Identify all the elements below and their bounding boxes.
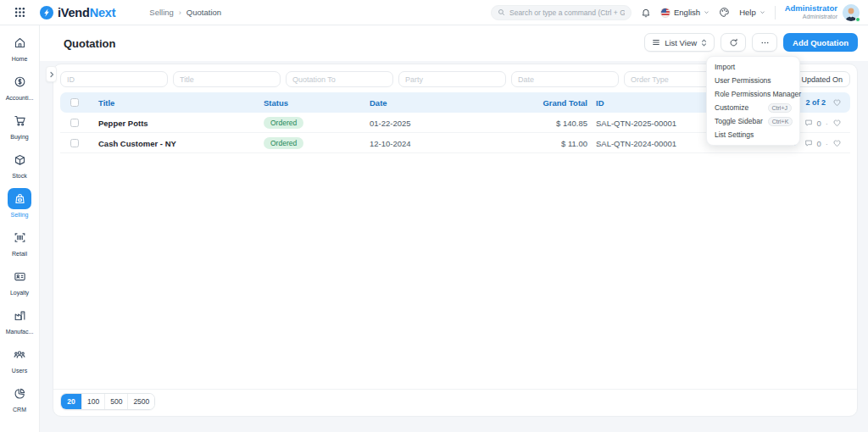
column-status[interactable]: Status (264, 92, 288, 113)
notifications-button[interactable] (641, 8, 651, 18)
page-size-2500[interactable]: 2500 (127, 394, 154, 409)
page-size-20[interactable]: 20 (61, 394, 81, 409)
view-switcher-label: List View (665, 38, 697, 47)
row-id[interactable]: SAL-QTN-2025-00001 (596, 113, 676, 133)
comment-count: 0 (817, 119, 821, 128)
menu-item-list-settings[interactable]: List Settings (707, 128, 799, 141)
apps-grid-icon (14, 7, 25, 18)
sidebar-item-users[interactable]: Users (0, 344, 40, 383)
user-menu[interactable]: Administrator Administrator (785, 4, 860, 21)
logo-mark-icon (40, 6, 53, 19)
result-count: 2 of 2 (805, 98, 826, 107)
filter-quotation-to-input[interactable] (286, 71, 393, 87)
meta-separator: · (826, 119, 828, 128)
page-size-100[interactable]: 100 (81, 394, 104, 409)
bell-icon (641, 8, 651, 18)
column-grand-total[interactable]: Grand Total (501, 92, 587, 113)
meta-separator: · (826, 139, 828, 148)
page-size-500[interactable]: 500 (104, 394, 127, 409)
column-date[interactable]: Date (370, 92, 387, 113)
filter-title-input[interactable] (173, 71, 281, 87)
row-grand-total: $ 11.00 (501, 133, 587, 153)
list-view-icon (652, 38, 660, 47)
language-label: English (674, 8, 700, 17)
sidebar-item-crm[interactable]: CRM (0, 383, 40, 422)
cart-icon (8, 110, 31, 131)
row-date: 12-10-2024 (370, 133, 411, 153)
page-actions: List View Add Quotation (644, 33, 858, 52)
comment-icon[interactable] (804, 139, 813, 147)
more-actions-button[interactable] (752, 33, 777, 52)
sidebar-item-retail[interactable]: Retail (0, 227, 40, 266)
heart-icon[interactable] (832, 98, 842, 107)
row-checkbox[interactable] (70, 139, 79, 147)
filter-date-input[interactable] (511, 71, 619, 87)
column-id[interactable]: ID (596, 92, 604, 113)
user-role: Administrator (785, 14, 837, 20)
more-actions-menu: Import User Permissions Role Permissions… (706, 56, 800, 146)
filter-id-input[interactable] (60, 71, 168, 87)
module-sidebar: Home Accounti... Buying Stock (0, 25, 40, 432)
shopping-bag-icon (8, 188, 31, 209)
row-id[interactable]: SAL-QTN-2024-00001 (596, 133, 676, 153)
dollar-circle-icon (8, 71, 31, 92)
refresh-button[interactable] (721, 33, 746, 52)
sidebar-item-accounting[interactable]: Accounti... (0, 71, 40, 110)
heart-icon[interactable] (832, 139, 842, 147)
language-selector[interactable]: English (660, 8, 709, 18)
filter-row (60, 71, 732, 87)
page-title: Quotation (64, 37, 115, 50)
sidebar-item-manufacturing[interactable]: Manufac... (0, 305, 40, 344)
navbar-right: English Help Administrator Administr (491, 4, 868, 21)
add-quotation-button[interactable]: Add Quotation (783, 33, 858, 52)
sidebar-item-loyalty[interactable]: Loyalty (0, 266, 40, 305)
user-texts: Administrator Administrator (785, 4, 837, 20)
comment-icon[interactable] (804, 119, 813, 127)
filter-party-input[interactable] (398, 71, 506, 87)
column-title[interactable]: Title (98, 92, 114, 113)
theme-switcher-button[interactable] (719, 7, 730, 18)
avatar[interactable] (843, 4, 860, 21)
navbar-divider (775, 6, 776, 19)
menu-item-toggle-sidebar[interactable]: Toggle Sidebar Ctrl+K (707, 114, 799, 128)
list-sidebar-expand-tab[interactable] (46, 66, 57, 82)
search-input[interactable] (509, 8, 625, 17)
menu-item-customize[interactable]: Customize Ctrl+J (707, 101, 799, 114)
row-grand-total: $ 140.85 (501, 113, 587, 133)
factory-icon (8, 305, 31, 326)
id-card-icon (8, 266, 31, 287)
menu-item-user-permissions[interactable]: User Permissions (707, 74, 799, 87)
refresh-icon (729, 38, 738, 47)
breadcrumb-section[interactable]: Selling (149, 8, 174, 17)
select-all-checkbox[interactable] (70, 98, 79, 107)
chevron-right-icon (49, 71, 54, 78)
help-label: Help (739, 8, 756, 17)
users-icon (8, 344, 31, 365)
barcode-icon (8, 227, 31, 248)
sidebar-item-stock[interactable]: Stock (0, 149, 40, 188)
chevron-down-icon (704, 9, 709, 15)
header-meta: 2 of 2 (805, 92, 842, 113)
breadcrumb-separator: › (179, 8, 181, 17)
row-date: 01-22-2025 (370, 113, 411, 133)
top-navbar: iVendNext Selling › Quotation Engl (0, 0, 868, 25)
sidebar-item-selling[interactable]: Selling (0, 188, 40, 227)
menu-item-role-permissions-manager[interactable]: Role Permissions Manager (707, 87, 799, 101)
comment-count: 0 (817, 139, 821, 148)
ellipsis-icon (760, 38, 770, 47)
apps-grid-button[interactable] (0, 7, 40, 18)
menu-item-import[interactable]: Import (707, 60, 799, 74)
row-title[interactable]: Pepper Potts (98, 113, 148, 133)
row-title[interactable]: Cash Customer - NY (98, 133, 176, 153)
breadcrumb-page[interactable]: Quotation (186, 8, 221, 17)
global-search[interactable] (491, 5, 632, 20)
heart-icon[interactable] (832, 119, 842, 127)
sidebar-item-buying[interactable]: Buying (0, 110, 40, 149)
view-switcher-button[interactable]: List View (644, 33, 715, 52)
online-status-dot (855, 17, 860, 22)
app-logo[interactable]: iVendNext (40, 6, 115, 19)
help-menu[interactable]: Help (739, 8, 765, 17)
row-checkbox[interactable] (70, 119, 79, 127)
breadcrumb: Selling › Quotation (149, 8, 221, 17)
sidebar-item-home[interactable]: Home (0, 32, 40, 71)
